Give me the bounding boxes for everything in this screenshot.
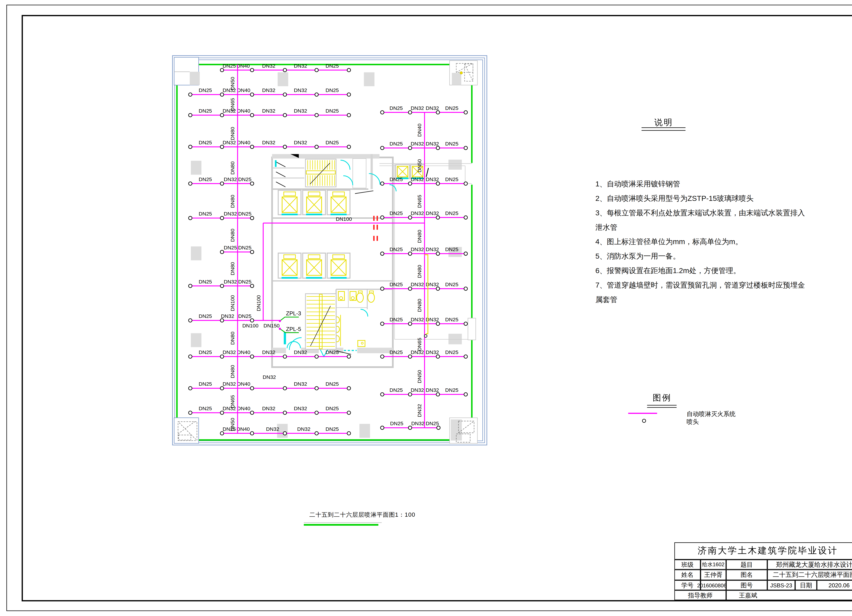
pipe-size-label: DN32 [426, 387, 439, 393]
pipe-size-label: DN25 [326, 406, 339, 411]
pipe-size-label: DN25 [199, 140, 212, 145]
inner-border [22, 15, 852, 601]
sprinkler-head-icon [189, 216, 192, 220]
pipe-size-label: DN32 [411, 210, 424, 216]
sprinkler-head-icon [437, 426, 440, 429]
pipe-size-label: DN25 [326, 349, 339, 355]
pipe-size-label: DN25 [238, 313, 252, 319]
caption-underline-green [304, 524, 378, 525]
sprinkler-head-icon [250, 145, 254, 148]
sprinkler-head-icon [408, 393, 412, 396]
sprinkler-head-icon [250, 284, 254, 288]
shaft-door [284, 332, 286, 344]
pipe-size-label: DN40 [417, 124, 422, 137]
pipe-size-label: DN25 [199, 381, 212, 387]
sprinkler-head-icon [381, 252, 384, 255]
sprinkler-head-icon [221, 145, 224, 148]
pipe-size-label: DN40 [237, 406, 250, 411]
pipe-size-label: DN32 [294, 63, 307, 69]
titleblock-name-value: 王仲胥 [701, 570, 726, 580]
pipe-size-label: DN25 [238, 279, 252, 284]
note-item: 5、消防水泵为一用一备。 [595, 249, 807, 264]
elevator-sill [306, 277, 322, 279]
sprinkler-head-icon [189, 113, 192, 117]
sprinkler-head-icon [436, 393, 440, 396]
pipe-size-label: DN32 [262, 140, 275, 145]
sprinkler-head-icon [250, 113, 254, 117]
sprinkler-head-icon [283, 145, 287, 148]
pipe-size-label: DN80 [230, 229, 235, 242]
elevator-sill [281, 214, 298, 215]
sprinkler-head-icon [189, 182, 192, 185]
pipe-size-label: DN25 [199, 406, 212, 411]
sprinkler-head-icon [381, 110, 384, 114]
pipe-size-label: DN40 [237, 63, 250, 69]
column [452, 73, 461, 85]
sprinkler-head-icon [408, 146, 412, 149]
pipe-size-label: DN25 [238, 245, 252, 251]
pipe-size-label: DN80 [230, 262, 235, 275]
pipe-size-label: DN65 [230, 395, 235, 408]
pipe-size-label: DN32 [411, 105, 424, 111]
sprinkler-head-icon [221, 411, 224, 414]
sprinkler-head-icon [464, 322, 467, 325]
sprinkler-head-icon [221, 284, 224, 288]
sprinkler-head-icon [189, 93, 192, 96]
pipe-size-label: DN25 [199, 313, 212, 319]
pipe-size-label: DN80 [417, 299, 422, 312]
legend-title-underline [647, 407, 677, 408]
elevator-shaft [278, 190, 301, 215]
sprinkler-head-icon [221, 250, 224, 254]
titleblock-advisor-value: 王嘉斌 [726, 590, 852, 600]
elevator-shaft [327, 190, 350, 215]
pipe-size-label: DN25 [390, 349, 403, 355]
sprinkler-head-icon [436, 216, 440, 219]
riser-point [279, 320, 281, 322]
pipe-size-label: DN32 [222, 349, 236, 355]
titleblock-date-label: 日期 [795, 580, 817, 590]
pipe-size-label: DN50 [230, 418, 235, 431]
door-swing [361, 310, 368, 317]
pipe-size-label: DN25 [199, 108, 212, 114]
pipe-size-label: DN25 [390, 177, 403, 182]
sprinkler-head-icon [283, 113, 287, 117]
sprinkler-head-icon [221, 432, 224, 435]
sprinkler-head-icon [464, 252, 467, 255]
sprinkler-head-icon [408, 182, 412, 185]
sprinkler-head-icon [436, 252, 440, 255]
pipe-size-label: DN32 [297, 426, 310, 432]
sprinkler-head-icon [315, 68, 318, 72]
pipe-size-label: DN40 [237, 381, 250, 387]
toilet [340, 297, 343, 300]
sprinkler-head-icon [464, 110, 467, 114]
pipe-size-label: DN25 [445, 349, 459, 355]
sprinkler-head-icon [424, 335, 427, 337]
sprinkler-head-icon [347, 93, 350, 96]
pipe-size-label: DN32 [263, 374, 276, 380]
pipe-size-label: DN32 [426, 349, 439, 355]
sprinkler-head-icon [189, 411, 192, 414]
sprinkler-head-icon [250, 411, 254, 414]
pipe-size-label: DN32 [294, 140, 307, 145]
wall-recess [468, 318, 476, 340]
mop-sink [361, 342, 363, 344]
pipe-size-label: DN25 [445, 282, 459, 287]
sprinkler-head-icon [347, 145, 350, 148]
sprinkler-head-icon [408, 322, 412, 325]
pipe-size-label: DN32 [222, 140, 236, 145]
notes-list: 1、自动喷淋采用镀锌钢管 2、自动喷淋喷头采用型号为ZSTP-15玻璃球喷头 3… [595, 177, 807, 307]
sprinkler-head-icon [283, 355, 287, 358]
core-wall [272, 154, 379, 159]
pipe-size-label: DN32 [222, 381, 236, 387]
pipe-size-label: DN25 [445, 317, 459, 322]
pipe-size-label: DN32 [294, 88, 307, 93]
pipe-size-label: DN40 [237, 426, 250, 432]
sprinkler-head-icon [408, 110, 412, 114]
elevator-shaft [278, 253, 301, 278]
pipe-size-label: DN32 [262, 406, 275, 411]
column [191, 246, 201, 260]
sprinkler-head-icon [436, 110, 440, 114]
sprinkler-head-icon [347, 432, 350, 435]
pipe-size-label: DN32 [294, 349, 307, 355]
plan-caption: 二十五到二十六层层喷淋平面图1：100 [310, 511, 415, 519]
